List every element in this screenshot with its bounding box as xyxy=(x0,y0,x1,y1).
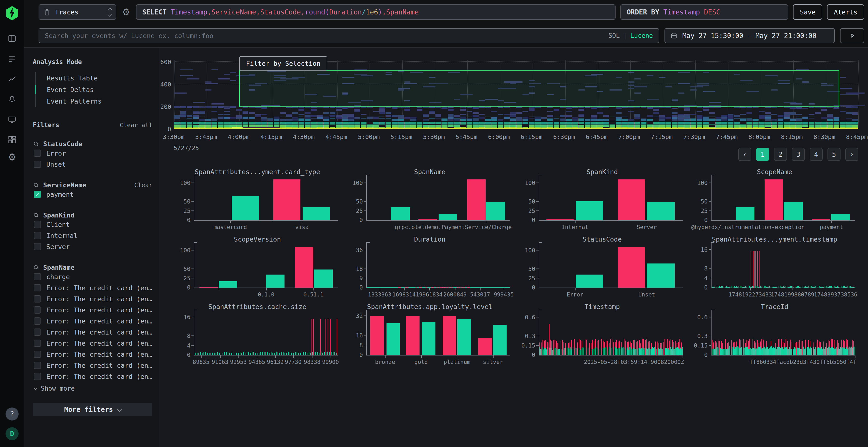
page-button-4[interactable]: 4 xyxy=(810,148,823,161)
page-button-2[interactable]: 2 xyxy=(774,148,787,161)
mini-chart-plot[interactable]: 025501000.1.00.51.1 xyxy=(194,246,338,288)
more-filters-button[interactable]: More filters xyxy=(33,403,152,416)
bar xyxy=(813,286,814,287)
heatmap-cell xyxy=(354,111,360,112)
filter-option[interactable]: Error: The credit card (end… xyxy=(34,282,152,294)
panel-layout-icon[interactable] xyxy=(7,33,18,44)
heatmap-cell xyxy=(529,116,534,117)
filter-option[interactable]: Error: The credit card (end… xyxy=(34,294,152,304)
checkbox[interactable] xyxy=(34,329,41,336)
filter-option[interactable]: Unset xyxy=(34,159,152,170)
filter-option[interactable]: Error: The credit card (end… xyxy=(34,371,152,382)
heatmap-cell xyxy=(336,109,342,111)
heatmap-cell xyxy=(342,127,348,128)
sessions-monitor-icon[interactable] xyxy=(7,114,18,125)
mini-chart-plot[interactable]: 081632bronzegoldplatinumsilver xyxy=(366,314,510,355)
mini-chart-plot[interactable]: 00.150.30.6ff860334facdb23d3f430ff5b5050… xyxy=(711,314,855,355)
heatmap-cell xyxy=(379,127,385,128)
settings-gear-icon[interactable]: ⚙ xyxy=(7,152,18,162)
run-query-button[interactable] xyxy=(840,28,864,43)
alerts-bell-icon[interactable] xyxy=(7,94,18,105)
heatmap-cell xyxy=(280,127,286,128)
select-query-input[interactable]: SELECT Timestamp,ServiceName,StatusCode,… xyxy=(136,4,616,20)
chart-line-icon[interactable] xyxy=(7,74,18,84)
mini-chart-plot[interactable]: 02550100grpc.oteldemo.PaymentService/Cha… xyxy=(366,179,510,220)
show-more-link[interactable]: Show more xyxy=(34,385,152,392)
lucene-toggle[interactable]: Lucene xyxy=(630,32,653,39)
checkbox[interactable] xyxy=(34,273,41,280)
checkbox[interactable] xyxy=(34,243,41,250)
filter-option[interactable]: Error: The credit card (end… xyxy=(34,338,152,349)
mini-chart-plot[interactable]: 0918361333363169831419961834260084954301… xyxy=(366,246,510,288)
checkbox[interactable]: ✓ xyxy=(34,191,41,198)
mini-chart-plot[interactable]: 02550100mastercardvisa xyxy=(194,179,338,220)
filter-option[interactable]: Server xyxy=(34,241,152,252)
mini-chart-plot[interactable]: 02550100@hyperdx/instrumentation-excepti… xyxy=(711,179,855,220)
filter-option[interactable]: Error: The credit card (end… xyxy=(34,315,152,326)
avatar[interactable]: D xyxy=(5,427,19,440)
filter-option[interactable]: Error: The credit card (end… xyxy=(34,304,152,315)
heatmap-cell xyxy=(547,125,553,127)
heatmap-cell xyxy=(454,122,460,124)
checkbox[interactable] xyxy=(34,373,41,380)
search-input[interactable]: Search your events w/ Lucene ex. column:… xyxy=(38,28,659,43)
mini-chart-plot[interactable]: 02550100InternalServer xyxy=(539,179,683,220)
analysis-mode-results-table[interactable]: Results Table xyxy=(36,72,152,84)
sql-toggle[interactable]: SQL xyxy=(608,32,620,39)
save-button[interactable]: Save xyxy=(793,4,822,20)
y-tick xyxy=(536,278,539,278)
filter-option[interactable]: charge xyxy=(34,271,152,282)
checkbox[interactable] xyxy=(34,221,41,228)
bar xyxy=(784,202,802,220)
checkbox[interactable] xyxy=(34,317,41,325)
filter-option[interactable]: Client xyxy=(34,219,152,230)
filter-option[interactable]: Error: The credit card (end… xyxy=(34,326,152,338)
page-next-button[interactable]: › xyxy=(845,148,858,161)
checkbox[interactable] xyxy=(34,149,41,157)
mini-chart-plot[interactable]: 00.150.30.62025-05-28T03:59:14.900820000… xyxy=(539,314,683,355)
filter-option[interactable]: Error: The credit card (end… xyxy=(34,349,152,360)
clear-filter-link[interactable]: Clear xyxy=(134,182,152,188)
mini-chart-plot[interactable]: 02550100ErrorUnset xyxy=(539,246,683,288)
filter-option[interactable]: Internal xyxy=(34,230,152,241)
checkbox[interactable] xyxy=(34,284,41,291)
heatmap-cell xyxy=(174,106,180,106)
hyperdx-logo-icon[interactable] xyxy=(5,6,19,21)
checkbox[interactable] xyxy=(34,232,41,239)
checkbox[interactable] xyxy=(34,161,41,168)
alerts-button[interactable]: Alerts xyxy=(827,4,864,20)
filter-by-selection-button[interactable]: Filter by Selection xyxy=(239,56,327,71)
heatmap-cell xyxy=(684,117,690,119)
checkbox[interactable] xyxy=(34,306,41,314)
filter-option[interactable]: Error: The credit card (end… xyxy=(34,360,152,371)
bar xyxy=(219,281,237,287)
checkbox[interactable] xyxy=(34,351,41,358)
analysis-mode-event-patterns[interactable]: Event Patterns xyxy=(36,95,152,107)
dashboards-grid-icon[interactable] xyxy=(7,134,18,145)
heatmap-cell xyxy=(529,127,534,128)
date-range-picker[interactable]: May 27 15:30:00 - May 27 21:00:00 xyxy=(664,28,835,43)
filter-option[interactable]: ✓payment xyxy=(34,189,152,200)
heatmap-cell xyxy=(299,116,304,117)
mini-chart-plot[interactable]: 0481617481922734331748199880789174839373… xyxy=(711,246,855,288)
orderby-input[interactable]: ORDER BY Timestamp DESC xyxy=(620,4,788,20)
page-button-3[interactable]: 3 xyxy=(792,148,805,161)
checkbox[interactable] xyxy=(34,340,41,347)
mini-chart-plot[interactable]: 0481689835910639295394365961399773098338… xyxy=(194,314,338,355)
x-axis-label: platinum xyxy=(444,359,470,365)
heatmap-plot[interactable]: 0200400600Filter by Selection xyxy=(174,60,858,129)
clear-all-link[interactable]: Clear all xyxy=(120,122,152,129)
bar xyxy=(592,349,592,355)
page-prev-button[interactable]: ‹ xyxy=(738,148,751,161)
page-button-1[interactable]: 1 xyxy=(756,148,769,161)
checkbox[interactable] xyxy=(34,295,41,303)
help-button[interactable]: ? xyxy=(5,408,19,420)
logs-list-icon[interactable] xyxy=(7,54,18,64)
analysis-mode-event-deltas[interactable]: Event Deltas xyxy=(36,84,152,95)
filter-option[interactable]: Error xyxy=(34,148,152,159)
page-button-5[interactable]: 5 xyxy=(828,148,840,161)
source-settings-gear-icon[interactable]: ⚙ xyxy=(122,7,130,18)
x-axis-label: 97730 xyxy=(285,359,301,365)
checkbox[interactable] xyxy=(34,362,41,369)
source-select[interactable]: Traces xyxy=(38,4,116,20)
